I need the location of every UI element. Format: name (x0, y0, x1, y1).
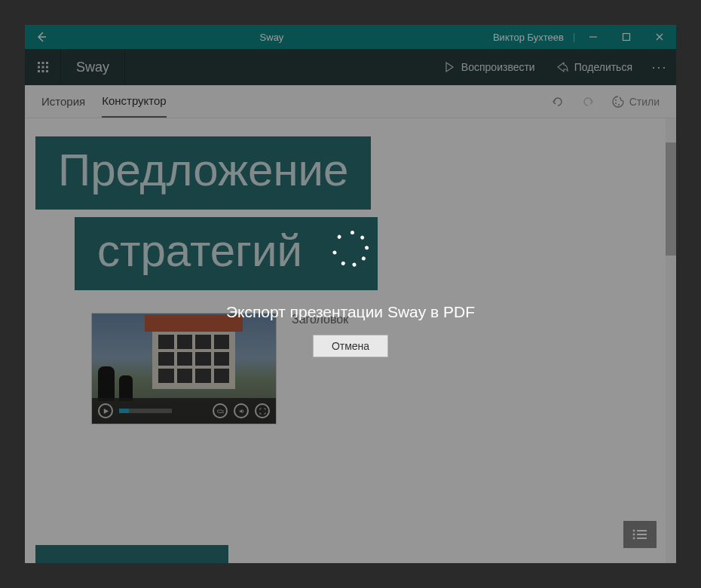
modal-overlay: Экспорт презентации Sway в PDF Отмена (25, 25, 676, 563)
loading-spinner (332, 231, 369, 267)
cancel-button[interactable]: Отмена (313, 335, 388, 357)
export-message: Экспорт презентации Sway в PDF (226, 303, 475, 321)
export-dialog: Экспорт презентации Sway в PDF Отмена (226, 231, 475, 357)
app-window: Sway Виктор Бухтеев | Sway Воспроизвести (25, 25, 676, 563)
